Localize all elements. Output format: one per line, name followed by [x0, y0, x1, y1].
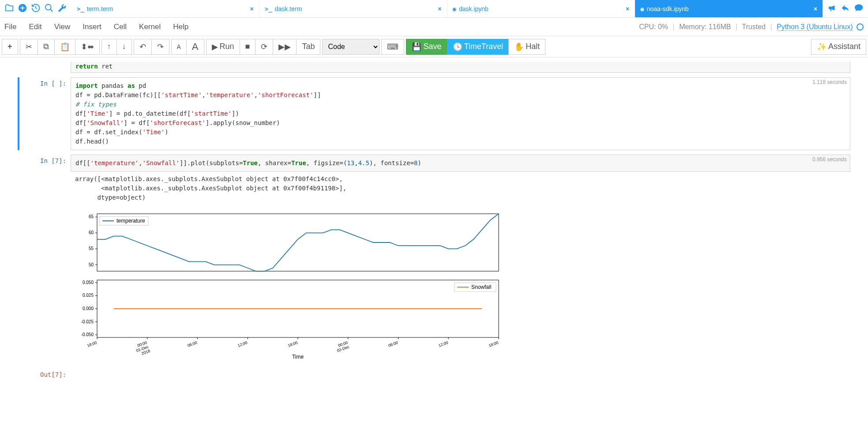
- chat-icon[interactable]: [854, 3, 864, 14]
- halt-button[interactable]: ✋ Halt: [508, 39, 545, 55]
- kernel-name[interactable]: Python 3 (Ubuntu Linux): [777, 23, 853, 31]
- svg-rect-2: [97, 214, 499, 271]
- kernel-idle-icon[interactable]: [857, 23, 864, 30]
- cut-button[interactable]: ✂: [20, 39, 38, 55]
- svg-text:18:00: 18:00: [287, 340, 298, 348]
- svg-text:-0.025: -0.025: [81, 319, 94, 324]
- svg-point-1: [45, 4, 51, 10]
- move-down-button[interactable]: ↓: [116, 39, 132, 55]
- font-large-button[interactable]: A: [186, 39, 204, 55]
- copy-button[interactable]: ⧉: [38, 39, 55, 55]
- notebook-area: return ret In [ ]: 1.118 seconds import …: [0, 57, 868, 387]
- trusted-status: Trusted: [742, 23, 766, 30]
- svg-text:18:00: 18:00: [86, 340, 98, 348]
- svg-text:12:00: 12:00: [438, 340, 449, 348]
- svg-text:18:00: 18:00: [488, 340, 499, 348]
- svg-text:temperature: temperature: [116, 218, 145, 224]
- tab-dask-term[interactable]: >_dask.term×: [259, 0, 447, 17]
- tab-label: term.term: [87, 5, 113, 12]
- svg-text:06:00: 06:00: [187, 340, 198, 348]
- svg-text:-0.050: -0.050: [81, 332, 94, 337]
- tab-term-term[interactable]: >_term.term×: [71, 0, 259, 17]
- code-input[interactable]: df[['temperature','Snowfall']].plot(subp…: [71, 155, 850, 172]
- bullhorn-icon[interactable]: [827, 3, 837, 14]
- code-input[interactable]: import pandas as pd df = pd.DataFrame(fc…: [71, 77, 850, 150]
- restart-button[interactable]: ⟳: [255, 39, 273, 55]
- cell-type-select[interactable]: Code: [322, 39, 380, 55]
- menu-edit[interactable]: Edit: [29, 23, 41, 31]
- stop-button[interactable]: ■: [240, 39, 256, 55]
- svg-text:65: 65: [89, 214, 94, 219]
- font-small-button[interactable]: A: [171, 39, 187, 55]
- svg-text:12:00: 12:00: [237, 340, 248, 348]
- svg-text:60: 60: [89, 230, 94, 235]
- menu-kernel[interactable]: Kernel: [139, 23, 161, 31]
- run-button[interactable]: ▶ Run: [206, 39, 240, 55]
- input-prompt: In [7]:: [18, 155, 71, 364]
- exec-time: 1.118 seconds: [812, 79, 847, 85]
- svg-text:Time: Time: [292, 354, 304, 360]
- tab-noaa-sdk-ipynb[interactable]: ◉noaa-sdk.ipynb×: [635, 0, 823, 17]
- undo-button[interactable]: ↶: [134, 39, 152, 55]
- terminal-icon: >_: [265, 5, 272, 12]
- output-text: array([<matplotlib.axes._subplots.AxesSu…: [71, 172, 850, 205]
- svg-text:Snowfall: Snowfall: [471, 284, 491, 290]
- toolbar: + ✂ ⧉ 📋 ⬍⬌ ↑ ↓ ↶ ↷ A A ▶ Run ■ ⟳ ▶▶ Tab …: [0, 36, 868, 57]
- right-icons: [823, 3, 868, 14]
- timetravel-button[interactable]: 🕓 TimeTravel: [447, 39, 509, 55]
- input-prompt: In [ ]:: [19, 77, 71, 150]
- svg-text:55: 55: [89, 246, 94, 251]
- assistant-button[interactable]: ✨ Assistant: [811, 39, 866, 55]
- wrench-icon[interactable]: [57, 3, 67, 14]
- status-bar: CPU: 0% | Memory: 116MB | Trusted | Pyth…: [639, 23, 864, 31]
- menu-view[interactable]: View: [54, 23, 71, 31]
- prev-cell-tail: return ret: [18, 62, 850, 73]
- tab-dask-ipynb[interactable]: ◉dask.ipynb×: [447, 0, 635, 17]
- redo-button[interactable]: ↷: [151, 39, 169, 55]
- output-prompt: Out[7]:: [18, 368, 71, 378]
- save-button[interactable]: 💾 Save: [406, 39, 447, 55]
- format-button[interactable]: ⬍⬌: [75, 39, 100, 55]
- cell-output-7: Out[7]:: [18, 368, 850, 378]
- cell-input-2[interactable]: In [7]: 0.956 seconds df[['temperature',…: [18, 155, 850, 364]
- memory-status: Memory: 116MB: [679, 23, 731, 30]
- terminal-icon: >_: [77, 5, 84, 12]
- search-icon[interactable]: [44, 3, 54, 14]
- close-icon[interactable]: ×: [250, 5, 254, 12]
- exec-time: 0.956 seconds: [812, 156, 847, 163]
- close-icon[interactable]: ×: [814, 5, 817, 12]
- tabs: >_term.term×>_dask.term×◉dask.ipynb×◉noa…: [71, 0, 823, 17]
- tab-label: dask.term: [275, 5, 302, 12]
- jupyter-icon: ◉: [453, 5, 456, 12]
- menu-bar: FileEditViewInsertCellKernelHelp CPU: 0%…: [0, 18, 868, 36]
- jupyter-icon: ◉: [640, 5, 644, 12]
- tab-label: noaa-sdk.ipynb: [647, 5, 689, 12]
- cpu-status: CPU: 0%: [639, 23, 668, 30]
- menu-file[interactable]: File: [4, 23, 16, 31]
- tab-label: dask.ipynb: [459, 5, 488, 12]
- svg-text:0.050: 0.050: [83, 280, 94, 285]
- tab-button[interactable]: Tab: [296, 39, 320, 55]
- move-up-button[interactable]: ↑: [101, 39, 117, 55]
- svg-text:06:00: 06:00: [388, 340, 399, 348]
- svg-text:0.000: 0.000: [83, 306, 94, 311]
- tab-bar: >_term.term×>_dask.term×◉dask.ipynb×◉noa…: [0, 0, 868, 18]
- menu-insert[interactable]: Insert: [83, 23, 101, 31]
- close-icon[interactable]: ×: [626, 5, 629, 12]
- svg-text:0.025: 0.025: [83, 293, 94, 298]
- matplotlib-figure: 50556065temperature-0.050-0.0250.0000.02…: [71, 209, 503, 364]
- cell-input-1[interactable]: In [ ]: 1.118 seconds import pandas as p…: [18, 77, 850, 150]
- add-cell-button[interactable]: +: [2, 39, 18, 55]
- top-tool-icons: [0, 3, 71, 14]
- folder-open-icon[interactable]: [4, 3, 14, 14]
- reply-icon[interactable]: [841, 3, 850, 14]
- code-fragment: return ret: [71, 62, 850, 73]
- plus-circle-icon[interactable]: [18, 3, 27, 14]
- run-all-button[interactable]: ▶▶: [273, 39, 297, 55]
- menu-help[interactable]: Help: [173, 23, 188, 31]
- paste-button[interactable]: 📋: [54, 39, 75, 55]
- history-icon[interactable]: [31, 3, 41, 14]
- keyboard-button[interactable]: ⌨: [381, 39, 404, 55]
- menu-cell[interactable]: Cell: [114, 23, 127, 31]
- close-icon[interactable]: ×: [438, 5, 441, 12]
